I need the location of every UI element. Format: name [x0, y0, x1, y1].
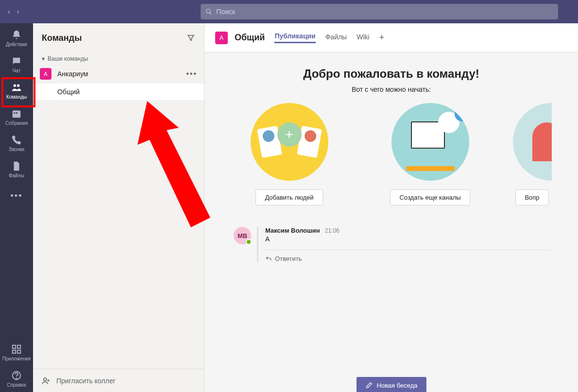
presence-available-icon	[246, 239, 252, 245]
reply-button[interactable]: Ответить	[265, 250, 549, 262]
message-text: А	[265, 235, 549, 243]
svg-point-12	[17, 378, 17, 378]
svg-rect-4	[13, 111, 21, 118]
svg-rect-10	[17, 350, 20, 353]
illustration-channels	[391, 103, 469, 181]
invite-label: Пригласить коллег	[56, 377, 116, 385]
team-row[interactable]: А Анкариум •••	[33, 64, 204, 84]
channel-avatar: А	[215, 32, 228, 44]
filter-icon[interactable]	[187, 34, 195, 42]
reply-label: Ответить	[275, 255, 302, 262]
rail-label: Звонки	[9, 147, 24, 152]
file-icon	[11, 161, 22, 171]
new-conversation-button[interactable]: Новая беседа	[356, 377, 426, 392]
faq-button[interactable]: Вопр	[515, 189, 548, 205]
tab-files[interactable]: Файлы	[325, 33, 347, 43]
main-content: А Общий Публикации Файлы Wiki + Добро по…	[204, 23, 578, 392]
tab-wiki[interactable]: Wiki	[357, 33, 369, 43]
team-avatar: А	[40, 68, 51, 80]
chevron-down-icon: ▾	[42, 55, 45, 62]
invite-icon	[42, 376, 51, 385]
ellipsis-icon: •••	[11, 191, 23, 201]
phone-icon	[11, 135, 22, 145]
message-body: Максим Волошин 21:06 А Ответить	[257, 227, 549, 262]
svg-rect-5	[14, 112, 16, 114]
search-input[interactable]	[216, 8, 553, 16]
tab-posts[interactable]: Публикации	[274, 32, 315, 43]
search-icon	[205, 8, 212, 15]
message-thread: МВ Максим Волошин 21:06 А Ответить	[234, 227, 549, 262]
help-icon	[11, 370, 22, 381]
welcome-subtitle: Вот с чего можно начать:	[204, 85, 578, 93]
rail-meetings[interactable]: Собрания	[0, 104, 33, 130]
svg-line-1	[210, 13, 212, 15]
chat-icon	[11, 56, 22, 67]
rail-more[interactable]: •••	[0, 183, 33, 209]
teams-icon	[11, 82, 22, 93]
card-add-people: + Добавить людей	[236, 103, 343, 205]
rail-activity[interactable]: Действия	[0, 25, 33, 51]
message-avatar[interactable]: МВ	[234, 227, 251, 244]
channel-tabs: Публикации Файлы Wiki +	[274, 32, 384, 43]
rail-label: Справка	[7, 382, 26, 388]
svg-rect-9	[13, 350, 16, 353]
illustration-faq	[513, 103, 552, 181]
svg-point-0	[206, 9, 210, 13]
compose-icon	[365, 381, 373, 389]
message-author: Максим Волошин	[265, 227, 320, 234]
apps-icon	[11, 344, 22, 355]
rail-teams[interactable]: Команды	[0, 78, 33, 104]
channel-row-general[interactable]: Общий	[33, 84, 204, 100]
rail-files[interactable]: Файлы	[0, 156, 33, 183]
svg-marker-13	[137, 101, 210, 227]
message-time: 21:06	[325, 227, 340, 234]
svg-rect-8	[17, 345, 20, 348]
rail-label: Действия	[6, 42, 27, 47]
channel-title: Общий	[235, 33, 265, 43]
svg-point-2	[14, 85, 16, 87]
teams-panel-header: Команды	[33, 23, 204, 52]
your-teams-label: ▾ Ваши команды	[33, 52, 204, 64]
invite-colleagues[interactable]: Пригласить коллег	[33, 369, 204, 392]
add-tab-icon[interactable]: +	[379, 33, 385, 43]
new-conversation-label: Новая беседа	[376, 382, 417, 389]
nav-arrows: ‹ ›	[6, 6, 21, 17]
rail-help[interactable]: Справка	[0, 366, 33, 392]
calendar-icon	[11, 108, 22, 119]
add-people-button[interactable]: Добавить людей	[255, 189, 323, 205]
back-icon[interactable]: ‹	[6, 6, 12, 17]
rail-chat[interactable]: Чат	[0, 51, 33, 78]
svg-point-14	[44, 378, 47, 381]
search-bar[interactable]	[201, 4, 558, 19]
welcome-title: Добро пожаловать в команду!	[204, 67, 578, 81]
bell-icon	[11, 30, 22, 40]
rail-label: Чат	[13, 68, 21, 73]
svg-rect-7	[13, 345, 16, 348]
team-name: Анкариум	[57, 70, 180, 78]
title-bar: ‹ ›	[0, 0, 578, 23]
rail-label: Команды	[6, 94, 27, 100]
welcome-cards: + Добавить людей Создать еще каналы Вопр	[204, 103, 578, 205]
create-channels-button[interactable]: Создать еще каналы	[390, 189, 470, 205]
rail-label: Файлы	[9, 173, 24, 178]
rail-label: Собрания	[5, 120, 28, 126]
channel-header: А Общий Публикации Файлы Wiki +	[204, 23, 578, 52]
card-faq: Вопр	[518, 103, 547, 205]
team-more-icon[interactable]: •••	[186, 69, 197, 78]
rail-calls[interactable]: Звонки	[0, 130, 33, 156]
rail-apps[interactable]: Приложения	[0, 340, 33, 366]
forward-icon[interactable]: ›	[15, 6, 21, 17]
illustration-add-people: +	[251, 103, 328, 181]
channel-name: Общий	[57, 88, 80, 96]
welcome-section: Добро пожаловать в команду! Вот с чего м…	[204, 52, 578, 218]
rail-label: Приложения	[2, 356, 31, 361]
teams-panel-title: Команды	[42, 33, 82, 43]
card-more-channels: Создать еще каналы	[377, 103, 484, 205]
teams-panel: Команды ▾ Ваши команды А Анкариум ••• Об…	[33, 23, 204, 392]
app-rail: Действия Чат Команды Собрания Звонки Фай…	[0, 23, 33, 392]
svg-point-3	[17, 85, 19, 87]
svg-rect-6	[16, 112, 17, 114]
reply-icon	[265, 256, 272, 262]
